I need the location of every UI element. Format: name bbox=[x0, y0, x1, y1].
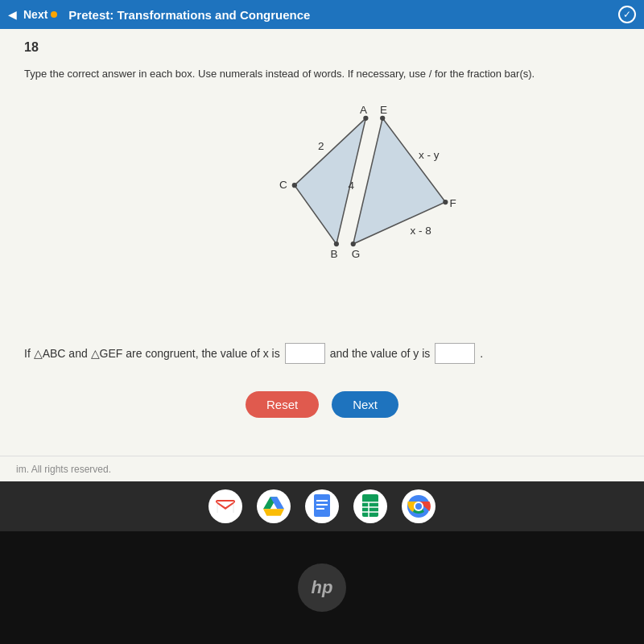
back-arrow-icon[interactable]: ◀ bbox=[8, 8, 17, 21]
diagram-container: A E C B G F 2 4 x - y x - 8 bbox=[242, 101, 515, 303]
reset-button[interactable]: Reset bbox=[246, 391, 319, 418]
label-e: E bbox=[380, 104, 387, 116]
label-a: A bbox=[360, 104, 367, 116]
hp-logo: hp bbox=[298, 564, 346, 612]
label-g: G bbox=[352, 248, 361, 260]
docs-icon[interactable] bbox=[305, 489, 339, 523]
label-side-4: 4 bbox=[349, 180, 355, 192]
vertex-a bbox=[363, 116, 368, 121]
triangle-abc bbox=[295, 118, 366, 244]
answer-text-1: If △ABC and △GEF are congruent, the valu… bbox=[24, 347, 280, 360]
answer-text-3: . bbox=[480, 347, 483, 360]
instructions-text: Type the correct answer in each box. Use… bbox=[24, 66, 620, 82]
label-c: C bbox=[279, 179, 287, 191]
next-nav-label: Next bbox=[23, 8, 47, 21]
page-title: Pretest: Transformations and Congruence bbox=[68, 8, 310, 22]
svg-point-15 bbox=[415, 503, 422, 510]
check-icon[interactable]: ✓ bbox=[618, 6, 636, 23]
next-nav-button[interactable]: Next bbox=[23, 8, 57, 21]
label-x-minus-y: x - y bbox=[419, 149, 440, 161]
label-b: B bbox=[331, 248, 338, 260]
vertex-c bbox=[292, 183, 297, 188]
taskbar bbox=[0, 481, 644, 531]
buttons-row: Reset Next bbox=[0, 391, 644, 418]
notification-dot bbox=[51, 11, 57, 18]
input-y[interactable] bbox=[435, 343, 475, 364]
svg-rect-6 bbox=[362, 494, 378, 517]
vertex-e bbox=[380, 116, 385, 121]
label-f: F bbox=[450, 197, 456, 209]
drive-icon[interactable] bbox=[257, 489, 291, 523]
svg-rect-4 bbox=[316, 504, 328, 506]
bottom-area: hp bbox=[0, 531, 644, 644]
copyright-text: im. All rights reserved. bbox=[16, 464, 111, 475]
svg-rect-5 bbox=[316, 508, 324, 510]
chrome-icon[interactable] bbox=[402, 489, 436, 523]
question-number: 18 bbox=[24, 40, 39, 55]
triangle-gef bbox=[353, 118, 446, 244]
answer-text-2: and the value of y is bbox=[330, 347, 431, 360]
vertex-f bbox=[443, 200, 448, 204]
sheets-icon[interactable] bbox=[353, 489, 387, 523]
input-x[interactable] bbox=[285, 343, 325, 364]
main-content: 18 Type the correct answer in each box. … bbox=[0, 29, 644, 456]
vertex-g bbox=[351, 242, 356, 246]
label-side-2: 2 bbox=[318, 140, 324, 152]
answer-row: If △ABC and △GEF are congruent, the valu… bbox=[24, 343, 620, 364]
gmail-icon[interactable] bbox=[208, 489, 242, 523]
label-x-minus-8: x - 8 bbox=[411, 225, 431, 237]
svg-rect-3 bbox=[316, 500, 328, 502]
next-button[interactable]: Next bbox=[332, 391, 398, 418]
top-bar: ◀ Next Pretest: Transformations and Cong… bbox=[0, 0, 644, 29]
footer: im. All rights reserved. bbox=[0, 456, 644, 481]
vertex-b bbox=[334, 242, 339, 246]
triangles-diagram: A E C B G F 2 4 x - y x - 8 bbox=[242, 101, 515, 303]
